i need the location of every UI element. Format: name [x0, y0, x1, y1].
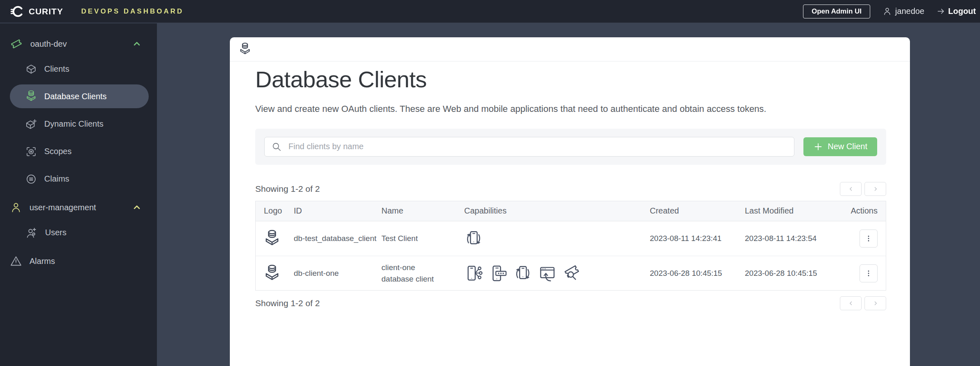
column-header-name: Name — [381, 206, 464, 216]
sidebar-item-claims[interactable]: Claims — [0, 165, 157, 193]
sidebar-section-oauth-dev[interactable]: oauth-dev — [0, 32, 157, 55]
curity-brand: CURITY — [11, 5, 63, 18]
phone-password-icon — [489, 264, 508, 283]
column-header-last-modified: Last Modified — [745, 206, 846, 216]
showing-count: Showing 1-2 of 2 — [255, 298, 320, 308]
sidebar-item-label: Dynamic Clients — [44, 119, 103, 129]
sidebar-item-users[interactable]: Users — [0, 219, 157, 246]
next-page-button[interactable] — [864, 182, 886, 196]
database-clients-icon — [239, 42, 251, 57]
new-client-button[interactable]: New Client — [803, 137, 877, 156]
sidebar: oauth-dev Clients Database Clients Dynam… — [0, 23, 157, 366]
capabilities-cell — [464, 264, 650, 283]
sidebar-item-alarms[interactable]: Alarms — [0, 250, 157, 273]
phone-network-icon — [464, 264, 483, 283]
last-modified-date: 2023-06-28 10:45:15 — [745, 269, 846, 278]
created-date: 2023-08-11 14:23:41 — [650, 234, 745, 243]
ticket-search-icon — [563, 264, 581, 283]
browser-redirect-icon — [538, 264, 557, 283]
search-panel: New Client — [255, 129, 886, 165]
sidebar-item-label: Clients — [44, 64, 69, 74]
sidebar-item-clients[interactable]: Clients — [0, 55, 157, 83]
client-logo-icon — [264, 264, 294, 283]
claims-icon — [25, 173, 37, 185]
capabilities-cell — [464, 229, 650, 248]
scopes-icon — [25, 146, 37, 157]
client-name: Test Client — [381, 233, 464, 244]
curity-logo-icon — [11, 5, 25, 18]
column-header-capabilities: Capabilities — [464, 206, 650, 216]
column-header-id: ID — [294, 206, 381, 216]
client-id: db-test_database_client — [294, 234, 381, 243]
next-page-button[interactable] — [864, 296, 886, 310]
plus-icon — [813, 142, 823, 152]
topbar: CURITY DEVOPS DASHBOARD Open Admin UI ja… — [0, 0, 980, 23]
brand-name: CURITY — [29, 7, 63, 16]
row-actions-button[interactable] — [860, 264, 878, 282]
sidebar-item-label: Users — [45, 228, 66, 237]
phone-refresh-icon — [513, 264, 532, 283]
clients-table: Logo ID Name Capabilities Created Last M… — [255, 201, 886, 291]
previous-page-button[interactable] — [840, 182, 862, 196]
new-client-label: New Client — [828, 142, 867, 151]
page-title: Database Clients — [255, 66, 886, 93]
created-date: 2023-06-28 10:45:15 — [650, 269, 745, 278]
showing-count: Showing 1-2 of 2 — [255, 184, 320, 194]
last-modified-date: 2023-08-11 14:23:54 — [745, 234, 846, 243]
column-header-created: Created — [650, 206, 745, 216]
logout-label: Logout — [948, 7, 976, 16]
chevron-up-icon[interactable] — [132, 39, 142, 49]
client-logo-icon — [264, 229, 294, 248]
column-header-logo: Logo — [264, 206, 294, 216]
person-plus-icon — [25, 227, 38, 239]
client-id: db-client-one — [294, 269, 381, 278]
phone-refresh-icon — [464, 229, 483, 248]
ticket-icon — [10, 37, 23, 50]
warning-triangle-icon — [10, 255, 22, 267]
row-actions-button[interactable] — [860, 230, 878, 248]
table-header: Logo ID Name Capabilities Created Last M… — [256, 201, 886, 221]
username: janedoe — [895, 7, 924, 16]
arrow-right-icon — [937, 7, 945, 16]
sidebar-item-label: Database Clients — [44, 92, 107, 101]
client-name: client-one database client — [381, 262, 464, 284]
pagination — [840, 296, 886, 310]
pagination — [840, 182, 886, 196]
page-description: View and create new OAuth clients. These… — [255, 103, 886, 115]
sidebar-section-user-management[interactable]: user-management — [0, 196, 157, 219]
column-header-actions: Actions — [851, 206, 878, 216]
table-row: db-test_database_client Test Client 2023… — [256, 221, 886, 256]
panel-header — [230, 37, 910, 61]
cube-plus-icon — [25, 118, 37, 130]
database-icon — [25, 90, 37, 103]
sidebar-section-label: user-management — [29, 203, 96, 212]
sidebar-item-dynamic-clients[interactable]: Dynamic Clients — [0, 110, 157, 138]
previous-page-button[interactable] — [840, 296, 862, 310]
sidebar-item-label: Scopes — [44, 147, 72, 156]
sidebar-item-label: Alarms — [29, 257, 55, 266]
sidebar-section-label: oauth-dev — [30, 39, 67, 49]
sidebar-item-scopes[interactable]: Scopes — [0, 138, 157, 165]
app-title: DEVOPS DASHBOARD — [81, 7, 184, 16]
table-row: db-client-one client-one database client… — [256, 256, 886, 290]
cube-icon — [25, 64, 37, 75]
sidebar-item-database-clients[interactable]: Database Clients — [10, 84, 149, 108]
sidebar-item-label: Claims — [44, 174, 69, 184]
search-input[interactable] — [264, 137, 794, 157]
main-content: Database Clients View and create new OAu… — [157, 23, 980, 366]
person-icon — [10, 201, 22, 214]
user-icon — [882, 7, 892, 16]
search-icon — [271, 141, 282, 152]
logout-button[interactable]: Logout — [937, 7, 976, 16]
chevron-up-icon[interactable] — [132, 202, 142, 213]
database-clients-panel: Database Clients View and create new OAu… — [230, 37, 910, 366]
open-admin-ui-button[interactable]: Open Admin UI — [803, 5, 870, 18]
user-chip: janedoe — [882, 7, 924, 16]
